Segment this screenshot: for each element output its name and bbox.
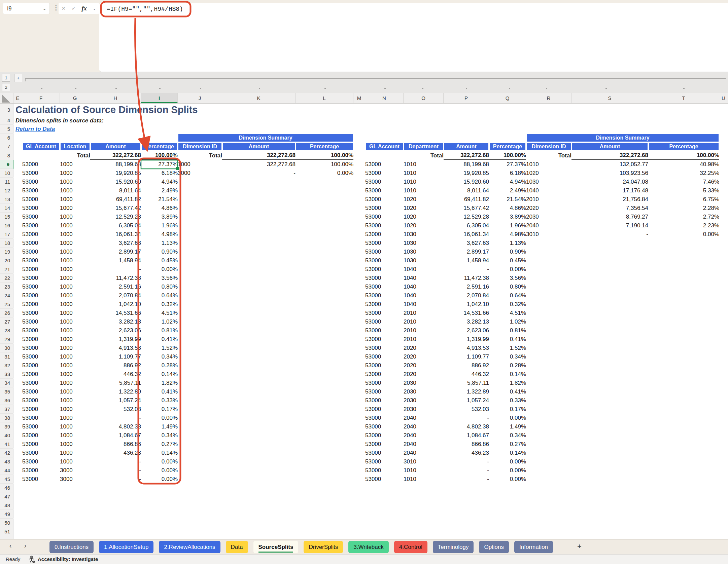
add-sheet-button[interactable]: +	[577, 542, 582, 551]
row-header-32[interactable]: 32	[0, 361, 13, 370]
status-accessibility[interactable]: Accessibility: Investigate	[38, 556, 98, 562]
summary-band-title[interactable]: Dimension Summary	[526, 134, 719, 142]
row-header-39[interactable]: 39	[0, 422, 13, 431]
column-header-M[interactable]: M	[353, 93, 365, 103]
next-sheet-icon[interactable]: ›	[21, 542, 30, 550]
row-header-4[interactable]: 4	[0, 116, 13, 125]
row-header-9[interactable]: 9	[0, 160, 13, 169]
cancel-icon[interactable]: ✕	[62, 5, 66, 11]
total-percentage[interactable]: 100.00%	[489, 151, 526, 160]
summary-column-header[interactable]: Dimension ID	[178, 142, 222, 151]
column-header-Q[interactable]: Q	[489, 93, 526, 103]
summary-total-percentage[interactable]: 100.00%	[296, 151, 353, 160]
column-header-S[interactable]: S	[571, 93, 648, 103]
row-header-28[interactable]: 28	[0, 326, 13, 335]
column-header-J[interactable]: J	[178, 93, 222, 103]
row-header-18[interactable]: 18	[0, 239, 13, 248]
row-header-16[interactable]: 16	[0, 221, 13, 230]
table-column-header[interactable]: GL Account	[365, 142, 404, 151]
sheet-tab-terminology[interactable]: Terminology	[433, 541, 474, 553]
row-header-35[interactable]: 35	[0, 387, 13, 396]
column-header-G[interactable]: G	[60, 93, 90, 103]
row-header-27[interactable]: 27	[0, 317, 13, 326]
row-header-20[interactable]: 20	[0, 256, 13, 265]
sheet-tab-2-reviewallocations[interactable]: 2.ReviewAllocations	[159, 541, 220, 553]
outline-level-2-button[interactable]: 2	[2, 83, 10, 91]
column-header-F[interactable]: F	[22, 93, 60, 103]
row-header-14[interactable]: 14	[0, 204, 13, 213]
summary-total-amount[interactable]: 322,272.68	[571, 151, 648, 160]
table-column-header[interactable]: Location	[60, 142, 90, 151]
row-header-50[interactable]: 50	[0, 519, 13, 527]
column-header-L[interactable]: L	[296, 93, 353, 103]
row-header-45[interactable]: 45	[0, 475, 13, 484]
row-header-43[interactable]: 43	[0, 457, 13, 466]
row-header-31[interactable]: 31	[0, 352, 13, 361]
outline-collapse-button[interactable]: +	[14, 74, 22, 82]
row-header-30[interactable]: 30	[0, 344, 13, 352]
row-header-19[interactable]: 19	[0, 248, 13, 256]
row-header-34[interactable]: 34	[0, 379, 13, 387]
row-header-38[interactable]: 38	[0, 414, 13, 422]
row-header-11[interactable]: 11	[0, 178, 13, 186]
summary-column-header[interactable]: Percentage	[296, 142, 353, 151]
table-column-header[interactable]: Amount	[444, 142, 489, 151]
row-header-24[interactable]: 24	[0, 291, 13, 300]
sheet-tab-driversplits[interactable]: DriverSplits	[304, 541, 343, 553]
total-amount[interactable]: 322,272.68	[90, 151, 141, 160]
row-header-15[interactable]: 15	[0, 213, 13, 221]
fx-chevron-icon[interactable]: ⌄	[93, 6, 96, 11]
row-header-5[interactable]: 5	[0, 125, 13, 134]
insert-function-icon[interactable]: fx	[81, 5, 87, 12]
column-header-R[interactable]: R	[526, 93, 571, 103]
row-header-29[interactable]: 29	[0, 335, 13, 344]
row-header-42[interactable]: 42	[0, 449, 13, 457]
formula-input[interactable]: =IF(H9="","",H9#/H$8)	[99, 3, 728, 72]
sheet-tab-sourcesplits[interactable]: SourceSplits	[253, 541, 299, 553]
row-header-49[interactable]: 49	[0, 510, 13, 519]
row-header-10[interactable]: 10	[0, 169, 13, 178]
summary-column-header[interactable]: Percentage	[648, 142, 719, 151]
enter-icon[interactable]: ✓	[71, 5, 76, 11]
total-label[interactable]: Total	[404, 151, 444, 160]
total-percentage[interactable]: 100.00%	[141, 151, 178, 160]
name-box-chevron-icon[interactable]: ⌄	[42, 3, 46, 14]
column-header-U[interactable]: U	[719, 93, 728, 103]
summary-total-label[interactable]: Total	[178, 151, 222, 160]
row-header-8[interactable]: 8	[0, 151, 13, 160]
row-header-22[interactable]: 22	[0, 274, 13, 283]
table-column-header[interactable]: Amount	[90, 142, 141, 151]
prev-sheet-icon[interactable]: ‹	[6, 542, 15, 550]
sheet-tab-0-instructions[interactable]: 0.Instructions	[49, 541, 94, 553]
table-column-header[interactable]: Department	[404, 142, 444, 151]
outline-level-1-button[interactable]: 1	[2, 74, 10, 82]
table-column-header[interactable]: Percentage	[489, 142, 526, 151]
column-header-O[interactable]: O	[404, 93, 444, 103]
sheet-tab-data[interactable]: Data	[226, 541, 248, 553]
column-header-E[interactable]: E	[13, 93, 22, 103]
sheet-tab-3-writeback[interactable]: 3.Writeback	[348, 541, 388, 553]
table-column-header[interactable]: GL Account	[22, 142, 60, 151]
summary-column-header[interactable]: Amount	[222, 142, 296, 151]
column-header-K[interactable]: K	[222, 93, 296, 103]
row-header-23[interactable]: 23	[0, 283, 13, 291]
row-header-51[interactable]: 51	[0, 527, 13, 536]
row-header-44[interactable]: 44	[0, 466, 13, 475]
select-all-corner[interactable]	[0, 93, 13, 103]
summary-band-title[interactable]: Dimension Summary	[178, 134, 353, 142]
sheet-tab-4-control[interactable]: 4.Control	[394, 541, 427, 553]
formula-text[interactable]: =IF(H9="","",H9#/H$8)	[107, 6, 183, 12]
column-header-T[interactable]: T	[648, 93, 719, 103]
row-header-6[interactable]: 6	[0, 134, 13, 142]
row-header-37[interactable]: 37	[0, 405, 13, 414]
summary-column-header[interactable]: Amount	[571, 142, 648, 151]
row-header-3[interactable]: 3	[0, 104, 13, 116]
row-header-12[interactable]: 12	[0, 186, 13, 195]
summary-total-label[interactable]: Total	[526, 151, 571, 160]
row-header-17[interactable]: 17	[0, 230, 13, 239]
row-header-21[interactable]: 21	[0, 265, 13, 274]
column-header-P[interactable]: P	[444, 93, 489, 103]
row-header-36[interactable]: 36	[0, 396, 13, 405]
row-header-13[interactable]: 13	[0, 195, 13, 204]
summary-column-header[interactable]: Dimension ID	[526, 142, 571, 151]
